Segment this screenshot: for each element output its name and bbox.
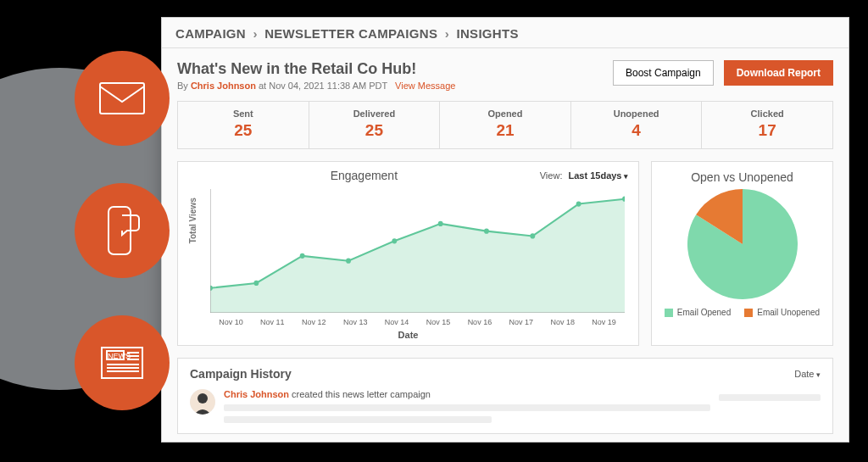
svg-point-19 <box>576 201 581 206</box>
engagement-xticks: Nov 10Nov 11Nov 12Nov 13Nov 14Nov 15Nov … <box>210 318 625 326</box>
svg-text:NEWS: NEWS <box>108 352 131 360</box>
history-sort-dropdown[interactable]: Date <box>794 369 821 379</box>
placeholder-line <box>719 394 821 401</box>
stat-delivered[interactable]: Delivered 25 <box>309 102 441 148</box>
insights-window: CAMPAIGN › NEWSLETTER CAMPAIGNS › INSIGH… <box>161 17 849 443</box>
svg-point-18 <box>530 233 535 238</box>
mobile-chat-icon <box>75 183 170 278</box>
breadcrumb: CAMPAIGN › NEWSLETTER CAMPAIGNS › INSIGH… <box>162 18 849 48</box>
svg-point-14 <box>346 259 351 264</box>
svg-point-13 <box>300 253 305 259</box>
history-author-link[interactable]: Chris Johnson <box>224 389 289 399</box>
engagement-xlabel: Date <box>188 330 628 340</box>
author-link[interactable]: Chris Johnson <box>191 81 256 91</box>
boost-campaign-button[interactable]: Boost Campaign <box>613 60 714 86</box>
engagement-plot <box>210 189 625 313</box>
view-range-dropdown[interactable]: Last 15days <box>569 170 629 181</box>
placeholder-line <box>224 404 710 411</box>
stat-unopened[interactable]: Unopened 4 <box>571 102 703 148</box>
open-vs-unopened-card: Open vs Unopened Email Opened Email Unop… <box>651 161 833 346</box>
breadcrumb-item[interactable]: NEWSLETTER CAMPAIGNS <box>264 26 437 41</box>
pie-title: Open vs Unopened <box>691 170 793 184</box>
engagement-title: Engagement <box>188 169 540 182</box>
history-row: Chris Johnson created this news letter c… <box>190 389 821 423</box>
svg-rect-0 <box>100 83 144 114</box>
history-text: Chris Johnson created this news letter c… <box>224 389 710 399</box>
stats-bar: Sent 25 Delivered 25 Opened 21 Unopened … <box>177 101 833 149</box>
view-message-link[interactable]: View Message <box>395 81 455 91</box>
download-report-button[interactable]: Download Report <box>724 60 833 86</box>
legend-unopened: Email Unopened <box>744 308 820 317</box>
pie-legend: Email Opened Email Unopened <box>665 308 820 317</box>
engagement-chart-card: Engagement View: Last 15days Total Views… <box>177 161 639 346</box>
email-icon <box>75 51 170 146</box>
placeholder-line <box>224 416 492 423</box>
breadcrumb-item[interactable]: CAMPAIGN <box>175 26 246 41</box>
avatar <box>190 389 215 415</box>
engagement-ylabel: Total Views <box>188 198 198 243</box>
svg-point-15 <box>392 238 397 243</box>
pie-chart <box>687 189 798 299</box>
page-title: What's New in the Retail Co Hub! <box>177 60 603 78</box>
history-title: Campaign History <box>190 367 794 381</box>
legend-opened: Email Opened <box>665 308 731 317</box>
chevron-right-icon: › <box>249 26 260 41</box>
campaign-history-card: Campaign History Date Chris Johnson crea… <box>177 358 833 434</box>
svg-point-24 <box>198 393 208 404</box>
stat-opened[interactable]: Opened 21 <box>440 102 571 148</box>
svg-point-17 <box>484 229 489 234</box>
stat-sent[interactable]: Sent 25 <box>178 102 309 148</box>
stat-clicked[interactable]: Clicked 17 <box>702 102 832 148</box>
engagement-view-control: View: Last 15days <box>540 170 628 181</box>
news-icon: NEWS <box>75 315 170 410</box>
svg-point-16 <box>438 221 443 226</box>
byline: By Chris Johnson at Nov 04, 2021 11:38 A… <box>177 81 603 91</box>
breadcrumb-item[interactable]: INSIGHTS <box>456 26 518 41</box>
svg-point-12 <box>253 281 259 286</box>
chevron-right-icon: › <box>442 26 453 41</box>
